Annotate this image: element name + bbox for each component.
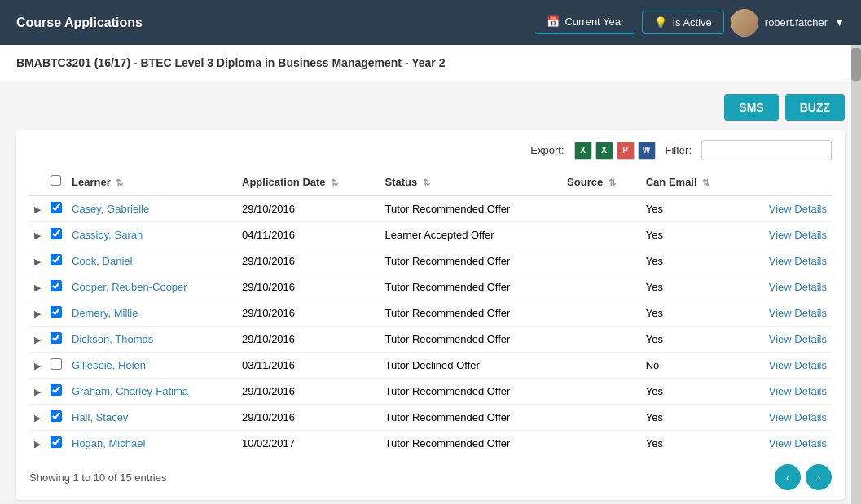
current-year-button[interactable]: 📅 Current Year	[535, 11, 635, 34]
learner-sort-icon[interactable]: ⇅	[116, 177, 123, 187]
scrollbar[interactable]	[851, 45, 861, 504]
table-row: ▶Demery, Millie29/10/2016Tutor Recommend…	[29, 300, 832, 327]
status-cell: Tutor Declined Offer	[380, 353, 562, 379]
select-all-checkbox[interactable]	[51, 175, 61, 186]
can-email-cell: Yes	[641, 431, 740, 457]
export-word-icon[interactable]: W	[638, 142, 656, 160]
row-checkbox[interactable]	[51, 410, 62, 422]
row-checkbox[interactable]	[51, 202, 62, 213]
app-date-cell: 29/10/2016	[237, 379, 380, 405]
calendar-icon: 📅	[547, 15, 560, 28]
view-details-link[interactable]: View Details	[769, 411, 827, 423]
export-pdf-icon[interactable]: P	[617, 142, 635, 160]
learner-link[interactable]: Cook, Daniel	[72, 255, 132, 267]
can-email-sort-icon[interactable]: ⇅	[702, 177, 709, 187]
learner-link[interactable]: Cassidy, Sarah	[72, 229, 143, 241]
filter-input[interactable]	[701, 140, 832, 160]
can-email-cell: Yes	[641, 300, 740, 327]
table-row: ▶Cook, Daniel29/10/2016Tutor Recommended…	[29, 248, 832, 274]
row-expand-icon[interactable]: ▶	[34, 309, 41, 318]
is-active-button[interactable]: 💡 Is Active	[642, 11, 723, 34]
view-details-link[interactable]: View Details	[769, 229, 827, 241]
view-details-link[interactable]: View Details	[769, 437, 827, 449]
table-controls: Export: X X P W Filter:	[29, 140, 832, 160]
username: robert.fatcher	[765, 16, 828, 28]
dropdown-arrow: ▼	[834, 16, 845, 28]
table-row: ▶Dickson, Thomas29/10/2016Tutor Recommen…	[29, 327, 832, 353]
col-can-email: Can Email ⇅	[641, 169, 740, 195]
can-email-cell: Yes	[641, 222, 740, 248]
scroll-thumb[interactable]	[851, 48, 861, 81]
can-email-cell: Yes	[641, 195, 740, 222]
row-checkbox[interactable]	[51, 228, 62, 239]
app-date-cell: 29/10/2016	[237, 274, 380, 300]
table-header-row: Learner ⇅ Application Date ⇅ Status ⇅ So…	[29, 169, 832, 195]
row-checkbox[interactable]	[51, 280, 62, 291]
learner-link[interactable]: Graham, Charley-Fatima	[72, 385, 188, 397]
learner-link[interactable]: Cooper, Reuben-Cooper	[72, 281, 187, 293]
row-expand-icon[interactable]: ▶	[34, 283, 41, 292]
view-details-link[interactable]: View Details	[769, 333, 827, 345]
status-cell: Tutor Recommended Offer	[380, 300, 562, 327]
sms-button[interactable]: SMS	[724, 94, 778, 121]
col-expand	[29, 169, 46, 195]
next-page-button[interactable]: ›	[806, 464, 832, 490]
app-date-cell: 29/10/2016	[237, 405, 380, 431]
row-expand-icon[interactable]: ▶	[34, 413, 41, 423]
learner-link[interactable]: Casey, Gabrielle	[72, 203, 149, 215]
current-year-label: Current Year	[564, 15, 624, 28]
view-details-link[interactable]: View Details	[769, 255, 827, 267]
can-email-cell: Yes	[641, 248, 740, 274]
app-date-sort-icon[interactable]: ⇅	[331, 177, 338, 187]
view-details-link[interactable]: View Details	[769, 281, 827, 293]
row-expand-icon[interactable]: ▶	[34, 387, 41, 397]
learner-link[interactable]: Hogan, Michael	[72, 437, 145, 449]
learner-link[interactable]: Demery, Millie	[72, 307, 138, 319]
view-details-link[interactable]: View Details	[769, 307, 827, 319]
learner-link[interactable]: Dickson, Thomas	[72, 333, 153, 345]
status-cell: Tutor Recommended Offer	[380, 431, 562, 457]
table-row: ▶Hall, Stacey29/10/2016Tutor Recommended…	[29, 405, 832, 431]
source-cell	[562, 222, 641, 248]
main-content: SMS BUZZ Export: X X P W Filter:	[0, 81, 861, 502]
row-checkbox[interactable]	[51, 436, 62, 448]
user-menu[interactable]: robert.fatcher ▼	[731, 9, 845, 37]
source-sort-icon[interactable]: ⇅	[608, 177, 616, 187]
row-expand-icon[interactable]: ▶	[34, 230, 41, 240]
row-checkbox[interactable]	[51, 254, 62, 265]
source-cell	[562, 274, 641, 300]
row-expand-icon[interactable]: ▶	[34, 439, 41, 449]
bulb-icon: 💡	[654, 16, 667, 28]
avatar	[731, 9, 758, 37]
table-row: ▶Cassidy, Sarah04/11/2016Learner Accepte…	[29, 222, 832, 248]
learner-link[interactable]: Gillespie, Helen	[72, 359, 146, 371]
status-sort-icon[interactable]: ⇅	[423, 177, 430, 187]
prev-page-button[interactable]: ‹	[775, 464, 801, 490]
action-row: SMS BUZZ	[16, 94, 845, 121]
source-cell	[562, 248, 641, 274]
export-xlsx-icon[interactable]: X	[595, 142, 613, 160]
topbar: Course Applications 📅 Current Year 💡 Is …	[0, 0, 861, 45]
buzz-button[interactable]: BUZZ	[785, 94, 845, 121]
export-xls-icon[interactable]: X	[574, 142, 592, 160]
row-checkbox[interactable]	[51, 332, 62, 344]
row-checkbox[interactable]	[51, 306, 62, 318]
view-details-link[interactable]: View Details	[769, 203, 827, 215]
export-icons: X X P W	[574, 142, 656, 160]
showing-text: Showing 1 to 10 of 15 entries	[29, 471, 166, 484]
app-date-cell: 04/11/2016	[237, 222, 380, 248]
row-checkbox[interactable]	[51, 384, 62, 396]
row-expand-icon[interactable]: ▶	[34, 256, 41, 266]
can-email-cell: Yes	[641, 274, 740, 300]
view-details-link[interactable]: View Details	[769, 359, 827, 371]
view-details-link[interactable]: View Details	[769, 385, 827, 397]
row-expand-icon[interactable]: ▶	[34, 204, 41, 214]
row-expand-icon[interactable]: ▶	[34, 361, 41, 370]
row-checkbox[interactable]	[51, 358, 62, 370]
col-learner: Learner ⇅	[67, 169, 237, 195]
row-expand-icon[interactable]: ▶	[34, 335, 41, 344]
learner-link[interactable]: Hall, Stacey	[72, 411, 128, 423]
page-title: BMABTC3201 (16/17) - BTEC Level 3 Diplom…	[16, 56, 445, 69]
col-actions	[740, 169, 832, 195]
status-cell: Tutor Recommended Offer	[380, 195, 562, 222]
